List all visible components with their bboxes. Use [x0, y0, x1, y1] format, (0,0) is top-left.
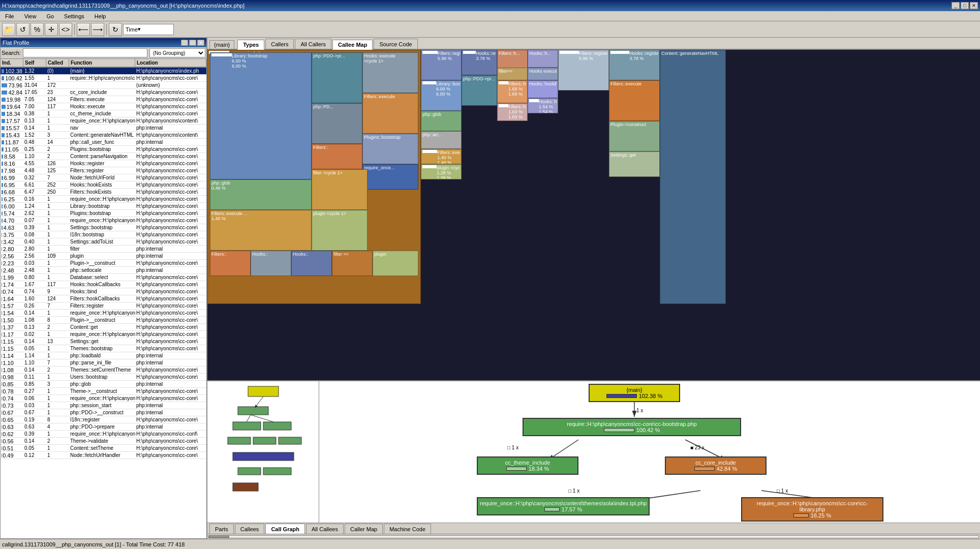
col-called[interactable]: Called — [46, 59, 69, 67]
treemap-cell[interactable]: Library::bootstrap 6.00 % 6.00 % — [421, 80, 462, 111]
treemap-cell[interactable]: filter <cycle 1> — [312, 169, 368, 210]
table-row[interactable]: 15.43 1.52 3 Content::generateNavHTML H:… — [1, 132, 206, 139]
table-row[interactable]: 1.50 1.08 8 Plugin->__construct H:\php\c… — [1, 317, 206, 324]
table-row[interactable]: 4.70 0.07 1 require_once::H:\php\canyonc… — [1, 217, 206, 224]
table-row[interactable]: 2.56 2.56 109 plugin php:internal — [1, 253, 206, 260]
tab-types[interactable]: Types — [237, 40, 264, 50]
treemap-cell[interactable]: Hooks::register 3.78 % — [609, 50, 660, 80]
bottom-tab-all-callees[interactable]: All Callees — [306, 524, 344, 534]
table-row[interactable]: 1.17 0.02 1 require_once::H:\php\canyonc… — [1, 331, 206, 338]
table-row[interactable]: 2.23 0.03 1 Plugin->__construct H:\php\c… — [1, 260, 206, 267]
table-row[interactable]: 6.68 6.47 250 Filters::hookExists H:\php… — [1, 189, 206, 196]
menu-file[interactable]: File — [2, 12, 17, 20]
treemap-cell[interactable]: Filters:: — [210, 251, 251, 276]
treemap-cell[interactable]: Filters::execute — [609, 80, 660, 121]
menu-go[interactable]: Go — [43, 12, 57, 20]
table-row[interactable]: 0.49 0.12 1 Node::fetchUrlHandler H:\php… — [1, 452, 206, 459]
col-function[interactable]: Function — [69, 59, 135, 67]
treemap-cell[interactable]: Filters::register 5.96 % — [558, 50, 609, 90]
table-row[interactable]: 0.62 0.39 1 require_once::H:\php\canyonc… — [1, 431, 206, 438]
col-location[interactable]: Location — [135, 59, 206, 67]
treemap-cell[interactable]: Hooks execute — [528, 68, 558, 80]
table-row[interactable]: 0.98 0.11 1 Users::bootstrap H:\php\cany… — [1, 374, 206, 381]
treemap-cell[interactable]: Plugins::bootstrap — [362, 134, 418, 164]
treemap-cell[interactable]: plugin <cycle 1> — [312, 210, 368, 251]
bottom-tab-call-graph[interactable]: Call Graph — [265, 524, 305, 534]
bottom-tab-callees[interactable]: Callees — [235, 524, 265, 534]
treemap-cell[interactable]: filter<< — [497, 68, 528, 80]
treemap-cell[interactable]: Filters::execute 1.40 % 1.40 % — [421, 149, 462, 164]
treemap-cell[interactable]: Filters:: — [312, 144, 362, 169]
treemap-cell[interactable]: Filters::execute — [362, 93, 418, 134]
table-row[interactable]: 5.74 2.62 1 Plugins::bootstrap H:\php\ca… — [1, 210, 206, 217]
tab-callee-map[interactable]: Callee Map — [332, 40, 373, 50]
table-row[interactable]: 19.64 7.00 117 Hooks::execute H:\php\can… — [1, 103, 206, 110]
scrollbar-thumb[interactable] — [209, 536, 229, 538]
table-row[interactable]: 8.16 4.55 126 Hooks::register H:\php\can… — [1, 160, 206, 167]
table-row[interactable]: 0.67 0.67 1 php::PDO->__construct php:in… — [1, 409, 206, 416]
treemap-cell[interactable]: filter << — [332, 251, 373, 276]
table-row[interactable]: 0.51 0.05 1 Content::setTheme H:\php\can… — [1, 445, 206, 452]
treemap-cell[interactable]: plugin <cycle 1> 1.28 % 1.28 % — [421, 164, 462, 179]
table-row[interactable]: 0.85 0.85 3 php::glob php:internal — [1, 381, 206, 388]
menu-settings[interactable]: Settings — [61, 12, 87, 20]
table-row[interactable]: 8.58 1.10 2 Content::parseNavigation H:\… — [1, 153, 206, 160]
table-row[interactable]: 6.99 0.32 7 Node::fetchUrlForId H:\php\c… — [1, 174, 206, 181]
tab-all-callers[interactable]: All Callers — [295, 39, 331, 49]
tab-callers[interactable]: Callers — [265, 39, 294, 49]
scrollbar-horizontal[interactable] — [207, 534, 980, 539]
treemap-cell[interactable]: Hooks::hookExists — [528, 80, 558, 98]
bottom-tab-caller-map[interactable]: Caller Map — [345, 524, 383, 534]
col-self[interactable]: Self — [23, 59, 46, 67]
table-row[interactable]: 6.95 6.61 252 Hooks::hookExists H:\php\c… — [1, 181, 206, 189]
table-row[interactable]: 1.74 1.67 117 Hooks::hookCallbacks H:\ph… — [1, 281, 206, 288]
table-row[interactable]: 6.25 0.16 1 require_once::H:\php\canyonc… — [1, 196, 206, 203]
treemap-cell[interactable]: Hooks:: — [291, 251, 332, 276]
open-button[interactable]: 📁 — [2, 23, 15, 36]
panel-close[interactable]: ✕ — [197, 40, 204, 46]
treemap-cell[interactable]: Hooks::execute <cycle 1> — [362, 52, 418, 93]
source-button[interactable]: <> — [59, 23, 72, 36]
table-row[interactable]: 1.14 1.14 1 php::loadbald php:internal — [1, 352, 206, 359]
table-row[interactable]: 1.15 0.05 1 Themes::bootstrap H:\php\can… — [1, 345, 206, 352]
treemap-cell[interactable]: php::PD... — [312, 103, 362, 144]
table-row[interactable]: 1.99 0.80 1 Database::select H:\php\cany… — [1, 274, 206, 281]
table-row[interactable]: 1.37 0.13 2 Content::get H:\php\canyoncm… — [1, 324, 206, 331]
maximize-button[interactable]: □ — [961, 2, 969, 9]
treemap-cell[interactable]: php::PDO->pr... — [312, 52, 362, 103]
table-row[interactable]: 100.42 1.55 1 require::H:\php\canyoncms\… — [1, 75, 206, 82]
table-row[interactable]: 15.57 0.14 1 nav php:internal — [1, 125, 206, 132]
treemap-cell[interactable]: Plugin->construct — [609, 121, 660, 151]
table-row[interactable]: 11.87 0.48 14 php::call_user_func php:in… — [1, 139, 206, 146]
table-row[interactable]: 17.57 0.13 1 require_once::H:\php\canyon… — [1, 117, 206, 125]
treemap-cell[interactable]: Library::bootstrap 6.00 % 6.00 % — [210, 52, 312, 179]
treemap-cell[interactable]: require_once... — [362, 164, 418, 190]
treemap-cell[interactable]: php::glob 0.46 % — [210, 179, 312, 210]
table-row[interactable]: 19.98 7.05 124 Filters::execute H:\php\c… — [1, 96, 206, 103]
treemap-cell[interactable]: php::arr... — [421, 131, 462, 149]
treemap-cell[interactable]: Hooks::h... — [528, 50, 558, 68]
panel-minimize[interactable]: _ — [181, 40, 188, 46]
table-row[interactable]: 3.75 0.08 1 I18n::bootstrap H:\php\canyo… — [1, 231, 206, 238]
treemap-cell[interactable]: php::PDO->pr... — [462, 75, 497, 106]
treemap-cell[interactable]: Hooks::register 3.78 % — [462, 50, 497, 75]
close-button[interactable]: ✕ — [970, 2, 978, 9]
treemap-cell[interactable]: Filters::h... — [497, 50, 528, 70]
table-row[interactable]: 0.73 0.03 1 php::session_start php:inter… — [1, 402, 206, 409]
panel-maximize[interactable]: □ — [189, 40, 196, 46]
treemap-cell[interactable]: plugin — [373, 251, 418, 276]
bottom-tab-machine-code[interactable]: Machine Code — [384, 524, 431, 534]
table-row[interactable]: 0.74 0.74 9 Hooks::bind H:\php\canyoncms… — [1, 288, 206, 295]
table-row[interactable]: 2.80 2.80 1 filter php:internal — [1, 246, 206, 253]
table-row[interactable]: 1.54 0.14 1 require_once::H:\php\canyonc… — [1, 310, 206, 317]
forward-button[interactable]: ⟶ — [91, 23, 104, 36]
table-row[interactable]: 1.08 0.14 2 Themes::setCurrentTheme H:\p… — [1, 367, 206, 374]
treemap-cell[interactable]: Filters::hookExists 1.63 % 1.63 % — [497, 103, 528, 121]
treemap-cell[interactable]: Filters::execute ... 1.40 % — [210, 210, 312, 251]
time-dropdown[interactable]: Time ▾ — [123, 24, 174, 35]
table-row[interactable]: 0.78 0.27 1 Theme->__construct H:\php\ca… — [1, 388, 206, 395]
tab-source-code[interactable]: Source Code — [374, 39, 417, 49]
table-row[interactable]: 0.65 0.19 8 I18n::register H:\php\canyon… — [1, 416, 206, 423]
table-row[interactable]: 42.84 17.65 23 cc_core_include H:\php\ca… — [1, 89, 206, 96]
minimize-button[interactable]: _ — [952, 2, 960, 9]
